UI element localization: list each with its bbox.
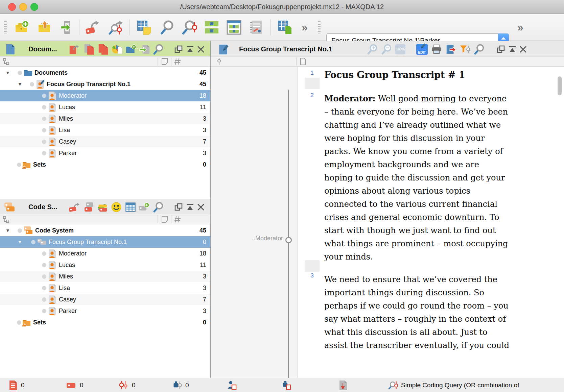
- undock-panel-icon[interactable]: [174, 44, 183, 55]
- memo-indicator[interactable]: [31, 240, 36, 244]
- zoom-in-icon[interactable]: [367, 44, 378, 55]
- print-icon[interactable]: [431, 44, 442, 55]
- documents-red-icon[interactable]: [98, 44, 109, 55]
- count-column-icon[interactable]: [174, 58, 181, 65]
- doc-tree-item-lisa[interactable]: Lisa 3: [0, 124, 210, 136]
- tree-view-icon[interactable]: [3, 216, 10, 223]
- undock-panel-icon[interactable]: [497, 44, 505, 55]
- doc-tree-item-transcript[interactable]: ▼ Focus Group Transcript No.1 45: [0, 78, 210, 90]
- zoom-100-button[interactable]: 100%: [395, 44, 405, 54]
- doc-tree-item-miles[interactable]: Miles 3: [0, 113, 210, 124]
- window-layout-icon[interactable]: [227, 20, 241, 35]
- coded-segments-status-icon[interactable]: [66, 381, 76, 390]
- memos-status-icon[interactable]: [8, 381, 18, 390]
- doc-tree-item-sets[interactable]: Sets 0: [0, 159, 210, 170]
- import-external-doc-icon[interactable]: [69, 44, 80, 55]
- moderator-coding-stripe[interactable]: [288, 90, 289, 378]
- memo-column-icon[interactable]: [161, 58, 168, 65]
- memo-indicator[interactable]: [42, 94, 46, 98]
- doc-tree-item-documents[interactable]: ▼ Documents 45: [0, 67, 210, 78]
- activate-by-code-variable-icon[interactable]: [282, 381, 291, 390]
- memo-indicator[interactable]: [18, 71, 22, 75]
- new-code-icon[interactable]: [139, 202, 149, 213]
- memo-indicator[interactable]: [42, 105, 46, 109]
- collapse-panel-icon[interactable]: [508, 44, 516, 55]
- code-tree-item-casey[interactable]: Casey 7: [0, 294, 210, 305]
- code-tree-item-sets[interactable]: Sets 0: [0, 317, 210, 328]
- retrieved-segments-status-icon[interactable]: [119, 381, 128, 390]
- tree-view-icon[interactable]: [3, 58, 10, 65]
- new-project-icon[interactable]: [14, 20, 29, 35]
- coding-query-icon[interactable]: [182, 20, 197, 35]
- memo-indicator[interactable]: [42, 297, 46, 302]
- search-documents-icon[interactable]: [153, 44, 164, 55]
- selector-drag-handle[interactable]: [318, 21, 321, 33]
- memo-indicator[interactable]: [30, 82, 34, 87]
- simple-coding-query-label[interactable]: Simple Coding Query (OR combination of: [401, 378, 519, 392]
- memo-indicator[interactable]: [42, 117, 46, 121]
- memo-indicator[interactable]: [42, 128, 46, 132]
- code-tree-item-lisa[interactable]: Lisa 3: [0, 282, 210, 294]
- expand-triangle-icon[interactable]: ▼: [5, 225, 10, 236]
- code-matrix-icon[interactable]: [125, 202, 136, 213]
- weight-filter-status-icon[interactable]: [172, 381, 182, 390]
- memo-indicator[interactable]: [42, 140, 46, 144]
- memo-indicator[interactable]: [42, 274, 46, 279]
- code-filter-icon[interactable]: [460, 44, 470, 55]
- coding-stripe-column-icon[interactable]: [215, 58, 223, 65]
- expand-triangle-icon[interactable]: ▼: [5, 67, 10, 78]
- code-tree-item-lucas[interactable]: Lucas 11: [0, 259, 210, 271]
- paragraph-column-icon[interactable]: [299, 58, 307, 65]
- doc-tree-item-moderator[interactable]: Moderator 18: [0, 90, 210, 101]
- memo-indicator[interactable]: [42, 309, 46, 313]
- memo-indicator[interactable]: [17, 163, 21, 167]
- document-statistics-icon[interactable]: [112, 44, 122, 55]
- code-tree-item-transcript[interactable]: ▼ Focus Group Transcript No.1 0: [0, 236, 210, 248]
- close-panel-icon[interactable]: [519, 44, 527, 55]
- new-document-group-icon[interactable]: [126, 44, 137, 55]
- undo-code-icon[interactable]: [85, 20, 100, 35]
- doc-tree-item-casey[interactable]: Casey 7: [0, 136, 210, 147]
- undo-coding-icon[interactable]: [69, 202, 80, 213]
- undock-panel-icon[interactable]: [174, 202, 183, 213]
- toolbar-overflow-chevron[interactable]: »: [302, 21, 308, 34]
- collapse-panel-icon[interactable]: [186, 44, 194, 55]
- expand-triangle-icon[interactable]: ▼: [18, 236, 22, 248]
- undo-query-icon[interactable]: [108, 20, 123, 35]
- import-document-icon[interactable]: [139, 44, 150, 55]
- memo-indicator[interactable]: [42, 251, 46, 256]
- export-document-icon[interactable]: [445, 44, 456, 55]
- memo-column-icon[interactable]: [161, 216, 168, 223]
- doc-tree-item-lucas[interactable]: Lucas 11: [0, 101, 210, 113]
- search-text-icon[interactable]: [474, 44, 485, 55]
- zoom-out-icon[interactable]: [381, 44, 392, 55]
- close-panel-icon[interactable]: [197, 202, 205, 213]
- memo-indicator[interactable]: [18, 228, 22, 233]
- doc-tree-item-parker[interactable]: Parker 3: [0, 147, 210, 159]
- logbook-icon[interactable]: [249, 20, 264, 35]
- memo-indicator[interactable]: [42, 263, 46, 267]
- memo-manager-icon[interactable]: [137, 20, 151, 35]
- simple-coding-query-icon[interactable]: [388, 381, 398, 390]
- memo-indicator[interactable]: [42, 151, 46, 155]
- activate-by-document-variable-icon[interactable]: [227, 381, 237, 390]
- selector-overflow-chevron[interactable]: »: [517, 21, 523, 34]
- emoticode-icon[interactable]: [111, 202, 122, 213]
- memo-indicator[interactable]: [17, 320, 21, 325]
- code-tree-item-miles[interactable]: Miles 3: [0, 271, 210, 282]
- count-column-icon[interactable]: [174, 216, 181, 223]
- search-icon[interactable]: [160, 20, 174, 35]
- color-codes-icon[interactable]: [97, 202, 108, 213]
- export-project-icon[interactable]: [60, 20, 74, 35]
- duplicate-document-icon[interactable]: [84, 44, 95, 55]
- code-tree-item-root[interactable]: ▼ Code System 45: [0, 225, 210, 236]
- coding-stripe-gutter[interactable]: [211, 67, 298, 378]
- four-windows-icon[interactable]: [204, 20, 219, 35]
- coding-stripe-label[interactable]: ..Moderator: [211, 235, 283, 242]
- memo-indicator[interactable]: [42, 286, 46, 290]
- close-panel-icon[interactable]: [197, 44, 205, 55]
- edit-mode-button[interactable]: EDIT: [416, 44, 428, 55]
- open-project-icon[interactable]: [37, 20, 52, 35]
- code-tree-item-parker[interactable]: Parker 3: [0, 305, 210, 317]
- toolbar-drag-handle[interactable]: [4, 21, 7, 33]
